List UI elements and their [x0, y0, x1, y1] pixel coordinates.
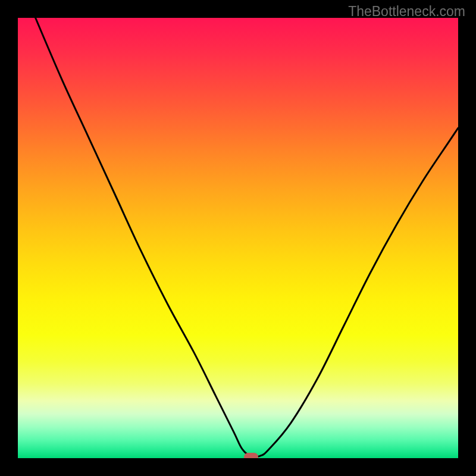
watermark-text: TheBottleneck.com [348, 4, 465, 20]
chart-plot-area [18, 18, 458, 458]
optimum-marker [244, 453, 258, 458]
bottleneck-curve [18, 18, 458, 458]
